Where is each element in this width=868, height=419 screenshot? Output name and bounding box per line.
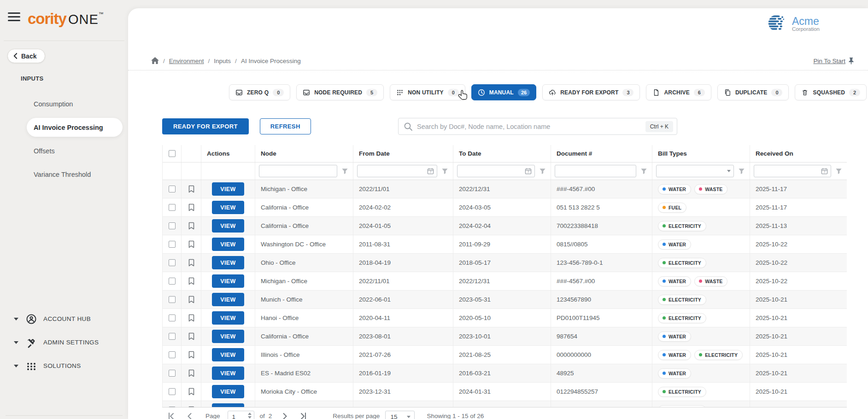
document-cell: 1234567890 xyxy=(551,291,652,308)
tab-label: DUPLICATE xyxy=(735,89,768,96)
row-checkbox[interactable] xyxy=(169,259,176,266)
row-checkbox[interactable] xyxy=(169,278,176,285)
bookmark-icon[interactable] xyxy=(188,240,194,248)
calendar-icon[interactable]: 7 xyxy=(525,168,532,175)
bookmark-icon[interactable] xyxy=(188,185,194,193)
table-header-row: ActionsNodeFrom DateTo DateDocument #Bil… xyxy=(163,145,847,163)
home-icon[interactable] xyxy=(151,57,159,64)
bookmark-icon[interactable] xyxy=(188,277,194,285)
tab-node-required[interactable]: NODE REQUIRED5 xyxy=(296,84,384,100)
view-button[interactable]: VIEW xyxy=(212,367,244,380)
pin-to-start-label[interactable]: Pin To Start xyxy=(813,58,845,64)
funnel-filter-icon[interactable] xyxy=(539,168,546,175)
filter-input-to-date[interactable]: 7 xyxy=(457,165,535,177)
calendar-icon[interactable]: 7 xyxy=(427,168,434,175)
page-number-input[interactable] xyxy=(228,413,244,419)
view-button[interactable]: VIEW xyxy=(212,330,244,343)
bookmark-icon[interactable] xyxy=(188,314,194,322)
ready-for-export-button[interactable]: READY FOR EXPORT xyxy=(162,118,249,134)
view-button[interactable]: VIEW xyxy=(212,311,244,325)
view-button[interactable]: VIEW xyxy=(212,256,244,269)
funnel-filter-icon[interactable] xyxy=(640,168,647,175)
row-bookmark-cell xyxy=(182,309,201,327)
row-checkbox[interactable] xyxy=(169,222,176,229)
bookmark-icon[interactable] xyxy=(188,296,194,303)
row-checkbox[interactable] xyxy=(169,388,176,395)
calendar-icon[interactable]: 7 xyxy=(821,168,828,175)
from-date-cell: 2017-09-15 xyxy=(353,401,453,407)
tab-zero-q[interactable]: ZERO Q0 xyxy=(229,84,290,100)
bookmark-icon[interactable] xyxy=(188,259,194,267)
sidebar-item-variance-threshold[interactable]: Variance Threshold xyxy=(0,163,128,186)
view-button[interactable]: VIEW xyxy=(212,403,244,407)
results-per-page-select[interactable]: 15 xyxy=(385,411,415,419)
search-input[interactable] xyxy=(417,123,645,130)
bill-type-pill: WASTE xyxy=(694,276,727,286)
funnel-filter-icon[interactable] xyxy=(835,168,842,175)
bill-type-dot xyxy=(663,243,666,246)
funnel-filter-icon[interactable] xyxy=(441,168,448,175)
row-checkbox[interactable] xyxy=(169,186,176,192)
bookmark-icon[interactable] xyxy=(188,369,194,377)
filter-input-received-on[interactable]: 7 xyxy=(754,165,831,177)
tab-duplicate[interactable]: DUPLICATE0 xyxy=(717,84,789,100)
first-page-icon[interactable] xyxy=(167,412,176,419)
bookmark-icon[interactable] xyxy=(188,222,194,230)
tab-non-utility[interactable]: NON UTILITY0 xyxy=(390,84,465,100)
sidebar-item-ai-invoice-processing[interactable]: AI Invoice Processing xyxy=(0,116,128,139)
view-button[interactable]: VIEW xyxy=(212,238,244,251)
view-button[interactable]: VIEW xyxy=(212,274,244,288)
row-checkbox[interactable] xyxy=(169,333,176,340)
view-button[interactable]: VIEW xyxy=(212,293,244,306)
filter-select-bill-types[interactable] xyxy=(656,165,734,177)
tab-squashed[interactable]: SQUASHED2 xyxy=(795,84,867,100)
filter-input-from-date[interactable]: 7 xyxy=(357,165,437,177)
view-button[interactable]: VIEW xyxy=(212,385,244,398)
row-checkbox[interactable] xyxy=(169,296,176,303)
select-all-checkbox[interactable] xyxy=(169,150,176,157)
sidebar-item-offsets[interactable]: Offsets xyxy=(0,139,128,163)
funnel-filter-icon[interactable] xyxy=(738,168,745,175)
hamburger-menu-icon[interactable] xyxy=(8,12,20,21)
last-page-icon[interactable] xyxy=(299,412,308,419)
breadcrumb-item[interactable]: Environment xyxy=(169,58,204,64)
bookmark-icon[interactable] xyxy=(188,351,194,359)
view-button[interactable]: VIEW xyxy=(212,348,244,361)
sidebar-item-admin-settings[interactable]: ADMIN SETTINGS xyxy=(0,331,128,354)
sidebar-item-consumption[interactable]: Consumption xyxy=(0,92,128,116)
keyboard-shortcut-hint: Ctrl + K xyxy=(645,121,673,132)
bookmark-icon[interactable] xyxy=(188,204,194,211)
filter-input-document-[interactable] xyxy=(555,165,636,177)
tab-ready-for-export[interactable]: READY FOR EXPORT3 xyxy=(542,84,640,100)
view-button[interactable]: VIEW xyxy=(212,201,244,214)
sidebar-item-account-hub[interactable]: ACCOUNT HUB xyxy=(0,307,128,331)
row-select-cell xyxy=(163,180,182,198)
breadcrumb: /Environment/Inputs/AI Invoice Processin… xyxy=(151,57,301,64)
search-bar[interactable]: Ctrl + K xyxy=(398,118,677,135)
row-select-cell xyxy=(163,401,182,407)
bookmark-icon[interactable] xyxy=(188,332,194,340)
received-on-cell: 2025-11-17 xyxy=(750,198,847,216)
bookmark-icon[interactable] xyxy=(188,388,194,396)
row-checkbox[interactable] xyxy=(169,241,176,248)
refresh-button[interactable]: REFRESH xyxy=(260,118,311,134)
view-button[interactable]: VIEW xyxy=(212,182,244,196)
sidebar-item-solutions[interactable]: SOLUTIONS xyxy=(0,354,128,378)
funnel-filter-icon[interactable] xyxy=(341,168,348,175)
view-button[interactable]: VIEW xyxy=(212,219,244,233)
page-stepper[interactable] xyxy=(248,413,252,419)
bill-types-cell: ELECTRICITY xyxy=(652,254,750,272)
row-checkbox[interactable] xyxy=(169,204,176,211)
pin-to-start[interactable]: Pin To Start xyxy=(813,57,854,64)
tab-archive[interactable]: ARCHIVE6 xyxy=(646,84,711,100)
prev-page-icon[interactable] xyxy=(185,412,194,419)
row-checkbox[interactable] xyxy=(169,351,176,358)
back-button[interactable]: Back xyxy=(7,49,45,63)
row-checkbox[interactable] xyxy=(169,370,176,377)
tab-manual[interactable]: MANUAL26 xyxy=(471,84,536,100)
filter-input-node[interactable] xyxy=(259,165,337,177)
next-page-icon[interactable] xyxy=(280,412,289,419)
from-date-cell: 2016-01-19 xyxy=(353,364,453,382)
file-icon xyxy=(652,89,660,96)
row-checkbox[interactable] xyxy=(169,314,176,321)
